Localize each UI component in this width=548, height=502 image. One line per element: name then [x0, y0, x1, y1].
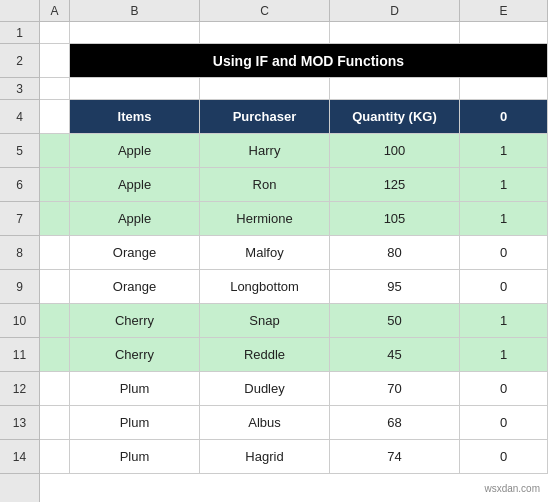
table-row: Plum Dudley 70 0: [40, 372, 548, 406]
col-header-a: A: [40, 0, 70, 21]
cell-item-3: Orange: [70, 236, 200, 269]
row-num-6: 6: [0, 168, 39, 202]
row-2: Using IF and MOD Functions: [40, 44, 548, 78]
cell-3d: [330, 78, 460, 99]
cell-item-0: Apple: [70, 134, 200, 167]
row-num-2: 2: [0, 44, 39, 78]
cell-value-6: 1: [460, 338, 548, 371]
cell-12a: [40, 372, 70, 405]
cell-item-7: Plum: [70, 372, 200, 405]
cell-value-0: 1: [460, 134, 548, 167]
cell-1a: [40, 22, 70, 43]
cell-purchaser-8: Albus: [200, 406, 330, 439]
cell-value-2: 1: [460, 202, 548, 235]
cell-quantity-7: 70: [330, 372, 460, 405]
cell-3c: [200, 78, 330, 99]
header-value: 0: [460, 100, 548, 133]
row-num-7: 7: [0, 202, 39, 236]
row-num-5: 5: [0, 134, 39, 168]
cell-value-9: 0: [460, 440, 548, 473]
cell-value-4: 0: [460, 270, 548, 303]
row-num-1: 1: [0, 22, 39, 44]
row-num-14: 14: [0, 440, 39, 474]
row-num-8: 8: [0, 236, 39, 270]
cell-quantity-9: 74: [330, 440, 460, 473]
cell-value-7: 0: [460, 372, 548, 405]
table-row: Apple Harry 100 1: [40, 134, 548, 168]
main-grid: 1 2 3 4 5 6 7 8 9 10 11 12 13 14: [0, 22, 548, 502]
col-header-c: C: [200, 0, 330, 21]
grid-cells: Using IF and MOD Functions Items Purchas…: [40, 22, 548, 502]
table-row: Plum Hagrid 74 0: [40, 440, 548, 474]
watermark: wsxdan.com: [484, 483, 540, 494]
cell-quantity-5: 50: [330, 304, 460, 337]
cell-quantity-4: 95: [330, 270, 460, 303]
row-num-3: 3: [0, 78, 39, 100]
cell-3e: [460, 78, 548, 99]
cell-4a: [40, 100, 70, 133]
cell-purchaser-5: Snap: [200, 304, 330, 337]
cell-9a: [40, 270, 70, 303]
cell-item-4: Orange: [70, 270, 200, 303]
cell-quantity-6: 45: [330, 338, 460, 371]
cell-6a: [40, 168, 70, 201]
cell-purchaser-3: Malfoy: [200, 236, 330, 269]
cell-7a: [40, 202, 70, 235]
cell-quantity-8: 68: [330, 406, 460, 439]
cell-1d: [330, 22, 460, 43]
header-quantity: Quantity (KG): [330, 100, 460, 133]
header-row: Items Purchaser Quantity (KG) 0: [40, 100, 548, 134]
cell-quantity-0: 100: [330, 134, 460, 167]
row-num-10: 10: [0, 304, 39, 338]
data-rows: Apple Harry 100 1 Apple Ron 125 1 Apple …: [40, 134, 548, 474]
title-cell: Using IF and MOD Functions: [70, 44, 548, 77]
row-num-9: 9: [0, 270, 39, 304]
corner-cell: [0, 0, 40, 21]
table-row: Orange Malfoy 80 0: [40, 236, 548, 270]
cell-14a: [40, 440, 70, 473]
cell-item-9: Plum: [70, 440, 200, 473]
cell-purchaser-9: Hagrid: [200, 440, 330, 473]
cell-purchaser-2: Hermione: [200, 202, 330, 235]
cell-purchaser-6: Reddle: [200, 338, 330, 371]
cell-5a: [40, 134, 70, 167]
cell-purchaser-0: Harry: [200, 134, 330, 167]
col-header-b: B: [70, 0, 200, 21]
row-num-11: 11: [0, 338, 39, 372]
cell-value-3: 0: [460, 236, 548, 269]
cell-3a: [40, 78, 70, 99]
row-num-12: 12: [0, 372, 39, 406]
cell-purchaser-7: Dudley: [200, 372, 330, 405]
cell-1e: [460, 22, 548, 43]
cell-quantity-2: 105: [330, 202, 460, 235]
cell-3b: [70, 78, 200, 99]
row-numbers: 1 2 3 4 5 6 7 8 9 10 11 12 13 14: [0, 22, 40, 502]
table-row: Apple Hermione 105 1: [40, 202, 548, 236]
cell-item-5: Cherry: [70, 304, 200, 337]
cell-purchaser-4: Longbottom: [200, 270, 330, 303]
cell-item-2: Apple: [70, 202, 200, 235]
row-1: [40, 22, 548, 44]
cell-value-5: 1: [460, 304, 548, 337]
cell-10a: [40, 304, 70, 337]
cell-item-6: Cherry: [70, 338, 200, 371]
cell-8a: [40, 236, 70, 269]
cell-13a: [40, 406, 70, 439]
column-headers: A B C D E: [0, 0, 548, 22]
cell-1c: [200, 22, 330, 43]
cell-value-1: 1: [460, 168, 548, 201]
cell-quantity-1: 125: [330, 168, 460, 201]
table-row: Orange Longbottom 95 0: [40, 270, 548, 304]
header-items: Items: [70, 100, 200, 133]
cell-quantity-3: 80: [330, 236, 460, 269]
header-purchaser: Purchaser: [200, 100, 330, 133]
col-header-e: E: [460, 0, 548, 21]
table-row: Cherry Reddle 45 1: [40, 338, 548, 372]
row-num-4: 4: [0, 100, 39, 134]
table-row: Cherry Snap 50 1: [40, 304, 548, 338]
row-3: [40, 78, 548, 100]
cell-1b: [70, 22, 200, 43]
cell-item-1: Apple: [70, 168, 200, 201]
table-row: Plum Albus 68 0: [40, 406, 548, 440]
cell-2a: [40, 44, 70, 77]
